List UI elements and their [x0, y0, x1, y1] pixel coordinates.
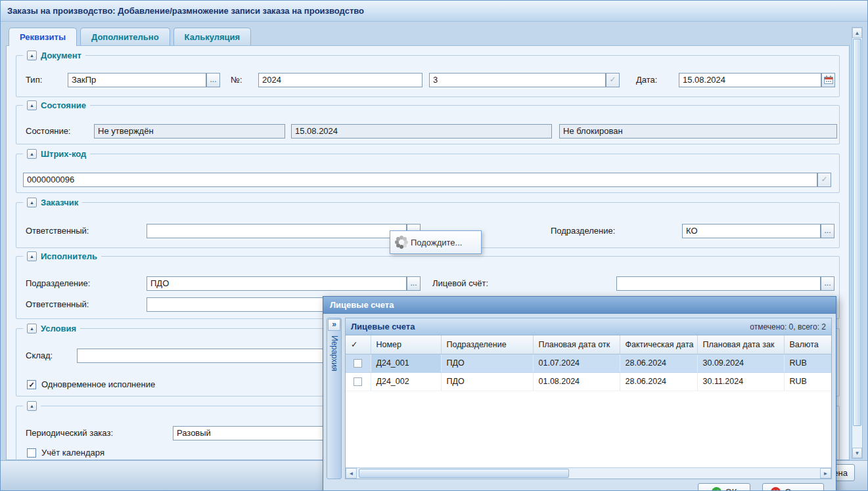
wait-popup: Подождите... — [390, 230, 482, 254]
dialog-titlebar[interactable]: Лицевые счета — [323, 297, 836, 314]
column-number[interactable]: Номер — [371, 335, 441, 354]
barcode-field[interactable]: 0000000096 — [23, 173, 817, 187]
collapse-icon[interactable]: ▲ — [27, 51, 37, 60]
calendar-accounting-checkbox[interactable] — [27, 448, 36, 458]
tab-requisites[interactable]: Реквизиты — [9, 28, 77, 46]
cell-plan-close[interactable]: 30.11.2024 — [697, 372, 784, 391]
doc-number-label: №: — [231, 73, 242, 87]
collapse-icon[interactable]: ▲ — [27, 198, 37, 207]
row-checkbox[interactable] — [354, 359, 362, 368]
scrollbar-thumb[interactable] — [853, 39, 861, 426]
doc-date-label: Дата: — [636, 73, 657, 87]
executor-division-label: Подразделение: — [26, 276, 90, 291]
column-plan-open[interactable]: Плановая дата отк — [533, 335, 620, 354]
cell-currency[interactable]: RUB — [784, 354, 832, 372]
cell-plan-open[interactable]: 01.08.2024 — [533, 372, 620, 391]
customer-responsible-label: Ответственный: — [26, 224, 89, 238]
executor-account-field[interactable] — [616, 276, 821, 291]
scroll-left-button[interactable]: ◄ — [346, 468, 357, 479]
executor-division-lookup-button[interactable]: ... — [407, 276, 421, 291]
accounts-panel: Лицевые счета отмечено: 0, всего: 2 ✓ Но… — [345, 318, 832, 479]
column-plan-close[interactable]: Плановая дата зак — [697, 335, 784, 354]
column-currency[interactable]: Валюта — [784, 335, 832, 354]
tab-calculation[interactable]: Калькуляция — [173, 28, 252, 45]
customer-division-field[interactable]: КО — [682, 224, 821, 238]
group-state-legend: ▲ Состояние — [23, 99, 90, 111]
hierarchy-panel: » Иерархия — [327, 318, 342, 479]
horizontal-scrollbar[interactable]: ◄ ► — [346, 467, 831, 479]
cell-currency[interactable]: RUB — [784, 372, 832, 391]
group-conditions-legend: ▲ Условия — [23, 322, 80, 334]
collapse-icon[interactable]: ▲ — [27, 401, 37, 411]
dialog-cancel-button[interactable]: ✕ Отмена — [762, 483, 824, 491]
ok-icon: ✓ — [712, 487, 721, 491]
tab-additional[interactable]: Дополнительно — [80, 28, 170, 45]
customer-division-lookup-button[interactable]: ... — [821, 224, 834, 238]
periodic-order-field[interactable]: Разовый — [173, 426, 345, 440]
group-barcode: ▲ Штрих-код 0000000096 ✓ — [16, 154, 840, 193]
state-status-field: Не утверждён — [94, 124, 285, 139]
customer-responsible-field[interactable] — [147, 224, 407, 238]
cell-plan-open[interactable]: 01.07.2024 — [533, 354, 620, 372]
column-check[interactable]: ✓ — [346, 335, 371, 354]
window-titlebar: Заказы на производство: Добавление/размн… — [1, 1, 867, 22]
collapse-icon[interactable]: ▲ — [27, 324, 37, 333]
hscrollbar-thumb[interactable] — [359, 469, 569, 478]
doc-date-field[interactable]: 15.08.2024 — [679, 73, 821, 87]
state-lock-field: Не блокирован — [559, 124, 837, 139]
group-executor-title: Исполнитель — [41, 251, 97, 261]
executor-account-lookup-button[interactable]: ... — [821, 276, 834, 291]
cancel-icon: ✕ — [771, 487, 781, 491]
cell-plan-close[interactable]: 30.09.2024 — [697, 354, 784, 372]
cell-division[interactable]: ПДО — [441, 372, 533, 391]
accounts-panel-title: Лицевые счета — [351, 322, 415, 331]
simultaneous-label: Одновременное исполнение — [41, 377, 155, 392]
tab-bar: Реквизиты Дополнительно Калькуляция — [9, 28, 254, 46]
cell-number[interactable]: Д24_001 — [371, 354, 441, 372]
table-row[interactable]: Д24_002 ПДО 01.08.2024 28.06.2024 30.11.… — [346, 372, 832, 391]
group-state: ▲ Состояние Состояние: Не утверждён 15.0… — [16, 105, 840, 144]
group-customer-legend: ▲ Заказчик — [23, 196, 82, 208]
group-document-title: Документ — [41, 51, 81, 60]
doc-type-lookup-button[interactable]: ... — [206, 73, 220, 87]
group-executor-legend: ▲ Исполнитель — [23, 250, 101, 262]
doc-type-field[interactable]: ЗакПр — [68, 73, 206, 87]
group-state-title: Состояние — [41, 100, 86, 110]
table-row[interactable]: Д24_001 ПДО 01.07.2024 28.06.2024 30.09.… — [346, 354, 832, 372]
hierarchy-tab[interactable]: Иерархия — [330, 335, 339, 371]
collapse-icon[interactable]: ▲ — [27, 149, 37, 159]
dialog-cancel-label: Отмена — [785, 487, 815, 491]
calendar-accounting-label: Учёт календаря — [41, 446, 104, 460]
simultaneous-checkbox[interactable]: ✓ — [27, 380, 36, 389]
scroll-right-button[interactable]: ► — [820, 468, 831, 479]
collapse-icon[interactable]: ▲ — [27, 251, 37, 261]
accounts-counter: отмечено: 0, всего: 2 — [750, 322, 826, 331]
doc-year-field[interactable]: 2024 — [258, 73, 423, 87]
cell-division[interactable]: ПДО — [441, 354, 533, 372]
barcode-confirm-button[interactable]: ✓ — [817, 173, 831, 187]
group-document: ▲ Документ Тип: ЗакПр ... №: 2024 3 ✓ Да… — [16, 55, 840, 97]
warehouse-label: Склад: — [26, 349, 53, 363]
doc-number-confirm-button[interactable]: ✓ — [606, 73, 620, 87]
group-document-legend: ▲ Документ — [23, 49, 85, 61]
column-fact[interactable]: Фактическая дата — [620, 335, 697, 354]
collapse-icon[interactable]: ▲ — [27, 100, 37, 110]
scroll-up-button[interactable]: ▲ — [852, 28, 862, 38]
scroll-down-button[interactable]: ▼ — [852, 448, 862, 458]
hierarchy-expand-button[interactable]: » — [328, 319, 340, 331]
executor-division-field[interactable]: ПДО — [147, 276, 407, 291]
column-division[interactable]: Подразделение — [441, 335, 533, 354]
ok-button[interactable]: ✓ ОК — [698, 483, 750, 491]
doc-number-field[interactable]: 3 — [429, 73, 606, 87]
cell-fact[interactable]: 28.06.2024 — [620, 372, 697, 391]
vertical-scrollbar[interactable]: ▲ ▼ — [852, 27, 863, 459]
row-checkbox[interactable] — [354, 377, 362, 386]
calendar-icon — [824, 75, 833, 84]
doc-date-calendar-button[interactable] — [821, 73, 835, 87]
table-header-row: ✓ Номер Подразделение Плановая дата отк … — [346, 335, 832, 354]
cell-fact[interactable]: 28.06.2024 — [620, 354, 697, 372]
group-periodic-legend: ▲ — [23, 400, 41, 412]
group-barcode-title: Штрих-код — [41, 149, 86, 159]
cell-number[interactable]: Д24_002 — [371, 372, 441, 391]
executor-responsible-label: Ответственный: — [26, 297, 89, 312]
